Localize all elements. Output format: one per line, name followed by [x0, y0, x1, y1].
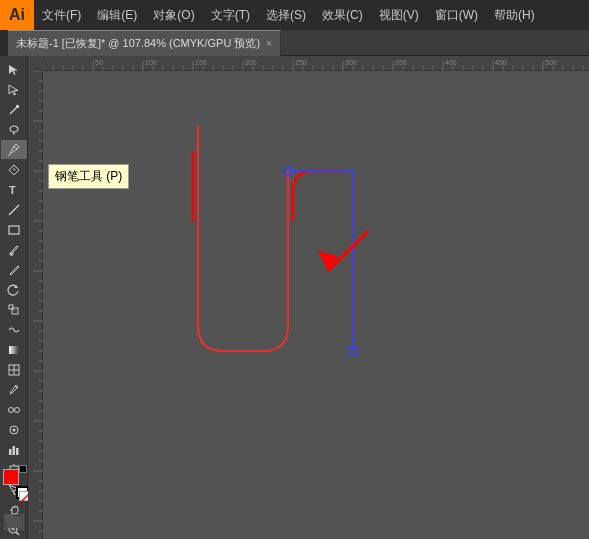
scale-tool[interactable] — [1, 300, 27, 319]
svg-rect-40 — [4, 514, 13, 521]
svg-point-19 — [8, 407, 13, 412]
rotate-tool[interactable] — [1, 280, 27, 299]
main-drawing — [43, 71, 589, 539]
type-tool[interactable]: T — [1, 180, 27, 199]
color-area — [3, 465, 25, 499]
magic-wand-tool[interactable] — [1, 100, 27, 119]
menu-bar: 文件(F)编辑(E)对象(O)文字(T)选择(S)效果(C)视图(V)窗口(W)… — [34, 0, 589, 30]
svg-text:250: 250 — [295, 59, 307, 66]
column-graph-tool[interactable] — [1, 440, 27, 459]
lasso-tool[interactable] — [1, 120, 27, 139]
svg-text:150: 150 — [195, 59, 207, 66]
symbol-tool[interactable] — [1, 420, 27, 439]
svg-line-173 — [328, 231, 368, 271]
svg-text:T: T — [9, 184, 16, 196]
screen-mode-button[interactable] — [4, 514, 24, 533]
svg-line-13 — [13, 309, 15, 311]
svg-line-7 — [9, 205, 19, 215]
paintbrush-tool[interactable] — [1, 240, 27, 259]
pen-tool[interactable] — [1, 140, 27, 159]
svg-text:300: 300 — [345, 59, 357, 66]
default-colors-icon[interactable] — [19, 465, 27, 473]
title-bar: Ai 文件(F)编辑(E)对象(O)文字(T)选择(S)效果(C)视图(V)窗口… — [0, 0, 589, 30]
main-area: + T — [0, 56, 589, 539]
active-tab[interactable]: 未标题-1 [已恢复]* @ 107.84% (CMYK/GPU 预览) × — [8, 30, 281, 56]
svg-text:500: 500 — [545, 59, 557, 66]
warp-tool[interactable] — [1, 320, 27, 339]
blue-path — [288, 171, 353, 351]
svg-line-4 — [8, 154, 10, 156]
svg-line-0 — [10, 107, 17, 114]
svg-rect-1 — [16, 105, 19, 108]
direct-selection-tool[interactable] — [1, 80, 27, 99]
tab-left-handle — [0, 30, 8, 56]
menu-item-c[interactable]: 效果(C) — [314, 0, 371, 30]
svg-rect-14 — [9, 346, 19, 354]
menu-item-t[interactable]: 文字(T) — [203, 0, 258, 30]
svg-text:50: 50 — [95, 59, 103, 66]
mesh-tool[interactable] — [1, 360, 27, 379]
menu-item-o[interactable]: 对象(O) — [145, 0, 202, 30]
selection-tool[interactable] — [1, 60, 27, 79]
menu-item-h[interactable]: 帮助(H) — [486, 0, 543, 30]
svg-point-2 — [10, 126, 18, 132]
svg-text:+: + — [12, 166, 16, 173]
tab-bar: 未标题-1 [已恢复]* @ 107.84% (CMYK/GPU 预览) × — [0, 30, 589, 56]
ruler-left — [28, 71, 43, 539]
canvas-area: 50100150200250300350400450500550 — [28, 56, 589, 539]
svg-text:100: 100 — [145, 59, 157, 66]
ai-logo: Ai — [0, 0, 34, 30]
arrow-indicator — [318, 231, 368, 271]
menu-item-f[interactable]: 文件(F) — [34, 0, 89, 30]
gradient-tool[interactable] — [1, 340, 27, 359]
svg-rect-25 — [12, 446, 15, 455]
tab-close-button[interactable]: × — [266, 38, 272, 49]
svg-rect-8 — [9, 226, 19, 234]
eyedropper-tool[interactable] — [1, 380, 27, 399]
canvas-content[interactable] — [43, 71, 589, 539]
red-arch-path — [198, 126, 288, 351]
ruler-corner — [28, 56, 43, 71]
svg-text:200: 200 — [245, 59, 257, 66]
ruler-top: 50100150200250300350400450500550 — [28, 56, 589, 71]
svg-text:400: 400 — [445, 59, 457, 66]
svg-text:450: 450 — [495, 59, 507, 66]
svg-line-10 — [10, 274, 11, 275]
fill-color-swatch[interactable] — [3, 469, 19, 485]
svg-marker-174 — [318, 251, 338, 271]
menu-item-w[interactable]: 窗口(W) — [427, 0, 486, 30]
menu-item-s[interactable]: 选择(S) — [258, 0, 314, 30]
menu-item-v[interactable]: 视图(V) — [371, 0, 427, 30]
anchor-point-tool[interactable]: + — [1, 160, 27, 179]
svg-point-20 — [14, 407, 19, 412]
svg-rect-26 — [16, 448, 19, 455]
svg-point-23 — [12, 428, 15, 431]
blend-tool[interactable] — [1, 400, 27, 419]
tab-title: 未标题-1 [已恢复]* @ 107.84% (CMYK/GPU 预览) — [16, 36, 260, 51]
menu-item-e[interactable]: 编辑(E) — [89, 0, 145, 30]
rectangle-tool[interactable] — [1, 220, 27, 239]
toolbar: + T — [0, 56, 28, 539]
svg-text:350: 350 — [395, 59, 407, 66]
line-tool[interactable] — [1, 200, 27, 219]
pencil-tool[interactable] — [1, 260, 27, 279]
svg-rect-24 — [9, 449, 12, 455]
